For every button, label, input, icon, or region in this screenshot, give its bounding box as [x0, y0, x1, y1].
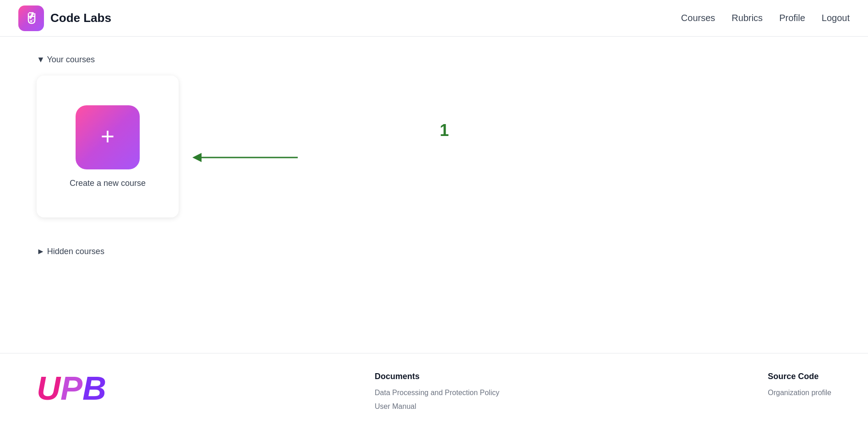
main-content: ▼ Your courses + Create a new course 1 ►… — [0, 37, 868, 353]
footer-logo: U P B — [37, 372, 106, 405]
footer-data-policy-link[interactable]: Data Processing and Protection Policy — [375, 389, 499, 397]
svg-marker-5 — [192, 153, 202, 162]
nav-rubrics[interactable]: Rubrics — [732, 13, 763, 23]
footer-logo-p: P — [60, 372, 82, 405]
your-courses-section-title[interactable]: ▼ Your courses — [37, 55, 831, 65]
header-brand: Code Labs — [18, 5, 111, 31]
nav-courses[interactable]: Courses — [681, 13, 715, 23]
footer-documents-title: Documents — [375, 372, 499, 381]
footer-logo-b: B — [82, 372, 106, 405]
svg-point-2 — [33, 19, 34, 20]
plus-icon: + — [101, 125, 115, 148]
app-header: Code Labs Courses Rubrics Profile Logout — [0, 0, 868, 37]
create-course-button[interactable]: + — [76, 105, 140, 169]
footer-documents-col: Documents Data Processing and Protection… — [375, 372, 499, 411]
footer-source-code-col: Source Code Organization profile — [768, 372, 831, 397]
create-course-label: Create a new course — [70, 179, 146, 188]
footer-org-profile-link[interactable]: Organization profile — [768, 389, 831, 397]
header-nav: Courses Rubrics Profile Logout — [681, 13, 850, 23]
annotation-arrow: 1 — [192, 148, 298, 167]
courses-grid-container: + Create a new course 1 — [37, 76, 831, 239]
footer-source-code-title: Source Code — [768, 372, 831, 381]
footer-user-manual-link[interactable]: User Manual — [375, 402, 499, 411]
app-title: Code Labs — [50, 11, 111, 25]
svg-point-1 — [30, 20, 33, 22]
page-footer: U P B Documents Data Processing and Prot… — [0, 353, 868, 429]
footer-logo-u: U — [37, 372, 60, 405]
app-logo-icon — [18, 5, 44, 31]
nav-logout[interactable]: Logout — [822, 13, 850, 23]
nav-profile[interactable]: Profile — [779, 13, 805, 23]
hidden-courses-section-title[interactable]: ► Hidden courses — [37, 247, 831, 256]
annotation-number: 1 — [440, 121, 449, 140]
courses-grid: + Create a new course — [37, 76, 179, 217]
create-course-card[interactable]: + Create a new course — [37, 76, 179, 217]
